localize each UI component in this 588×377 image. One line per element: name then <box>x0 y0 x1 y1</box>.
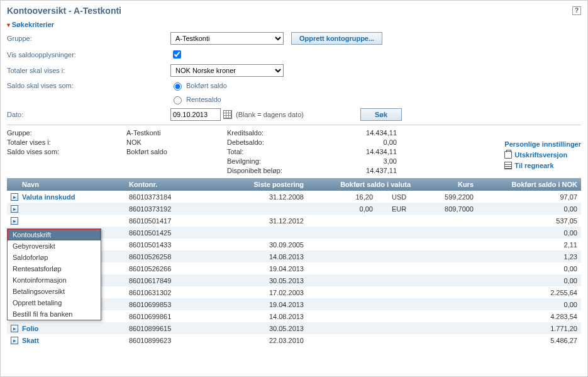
help-icon[interactable]: ? <box>572 6 581 15</box>
table-row: ▸Folio8601089961530.05.20131.771,20 <box>7 322 581 334</box>
expand-row-button[interactable]: ▸ <box>11 205 18 213</box>
balance-nok: 0,00 <box>477 227 581 239</box>
last-posting: 30.05.2013 <box>213 322 308 334</box>
balance-interest-label: Rentesaldo <box>186 96 221 103</box>
group-select[interactable]: A-Testkonti <box>170 32 284 45</box>
last-posting: 30.09.2005 <box>213 239 308 250</box>
account-number: 86010899623 <box>125 334 213 346</box>
search-criteria-toggle[interactable]: Søkekriterier <box>7 21 581 28</box>
summary-total-label: Total: <box>227 148 315 155</box>
balance-as-label: Saldo skal vises som: <box>7 82 170 89</box>
exchange-rate <box>414 286 477 298</box>
balance-nok: 0,00 <box>477 203 581 215</box>
exchange-rate <box>414 334 477 346</box>
exchange-rate <box>414 322 477 334</box>
table-row: ▸8601050141731.12.2012537,05 <box>7 215 581 227</box>
show-balance-label: Vis saldoopplysninger: <box>7 51 170 59</box>
context-menu-item[interactable]: Betalingsoversikt <box>8 286 101 297</box>
balance-valuta <box>308 298 414 310</box>
create-group-button[interactable]: Opprett kontogruppe... <box>291 32 382 45</box>
balance-nok: 537,05 <box>477 215 581 227</box>
table-row: ▸860103731920,00EUR809,70000,00 <box>7 203 581 215</box>
balance-nok: 2.255,64 <box>477 286 581 298</box>
account-number: 86010699853 <box>125 298 213 310</box>
balance-valuta <box>308 239 414 250</box>
account-number: 86010699861 <box>125 310 213 322</box>
context-menu-item[interactable]: Kontoutskrift <box>8 229 101 240</box>
context-menu-item[interactable]: Bestill fil fra banken <box>8 308 101 320</box>
balance-valuta <box>308 215 414 227</box>
page-title: Kontooversikt - A-Testkonti <box>7 6 121 16</box>
col-post: Siste postering <box>213 178 308 191</box>
summary-available-label: Disponibelt beløp: <box>227 167 315 174</box>
totals-currency-select[interactable]: NOK Norske kroner <box>170 64 284 77</box>
col-name: Navn <box>18 178 125 191</box>
to-spreadsheet-link[interactable]: Til regneark <box>514 162 553 169</box>
account-number: 86010373192 <box>125 203 213 215</box>
context-menu-item[interactable]: Opprett betaling <box>8 297 101 308</box>
expand-row-button[interactable]: ▸ <box>11 337 18 344</box>
account-number: 86010526258 <box>125 250 213 262</box>
last-posting <box>213 227 308 239</box>
exchange-rate <box>414 215 477 227</box>
search-button[interactable]: Søk <box>360 108 402 121</box>
summary-totals-in-label: Totaler vises i: <box>7 138 126 146</box>
print-icon <box>504 151 512 159</box>
account-number: 86010501425 <box>125 227 213 239</box>
account-number: 86010526266 <box>125 262 213 274</box>
account-number: 86010899615 <box>125 322 213 334</box>
show-balance-checkbox[interactable] <box>173 50 181 59</box>
summary-debit-value: 0,00 <box>315 138 397 146</box>
exchange-rate <box>414 274 477 286</box>
col-nok: Bokført saldo i NOK <box>477 178 581 191</box>
account-name-link[interactable]: Skatt <box>22 337 39 344</box>
last-posting: 17.02.2003 <box>213 286 308 298</box>
personal-settings-link[interactable]: Personlige innstillinger <box>504 140 581 148</box>
divider <box>7 125 581 125</box>
date-hint: (Blank = dagens dato) <box>236 111 304 118</box>
context-menu-item[interactable]: Gebyroversikt <box>8 240 101 252</box>
account-name-link[interactable]: Folio <box>22 325 38 332</box>
account-number: 86010501417 <box>125 215 213 227</box>
account-name-link[interactable]: Valuta innskudd <box>22 193 75 201</box>
last-posting: 14.08.2013 <box>213 250 308 262</box>
context-menu-item[interactable]: Kontoinformasjon <box>8 274 101 286</box>
table-row: ▸Valuta innskudd8601037318431.12.200816,… <box>7 191 581 203</box>
calendar-icon[interactable] <box>223 110 232 119</box>
summary-total-value: 14.434,11 <box>315 148 397 155</box>
balance-interest-radio[interactable] <box>174 96 182 104</box>
balance-booked-radio[interactable] <box>174 82 182 91</box>
account-number: 86010373184 <box>125 191 213 203</box>
balance-valuta: 0,00EUR <box>308 203 414 215</box>
last-posting <box>213 203 308 215</box>
summary-grant-label: Bevilgning: <box>227 157 315 165</box>
print-version-link[interactable]: Utskriftsversjon <box>514 151 567 159</box>
last-posting: 14.08.2013 <box>213 310 308 322</box>
date-label: Dato: <box>7 111 170 118</box>
balance-nok: 1.771,20 <box>477 322 581 334</box>
col-kurs: Kurs <box>414 178 477 191</box>
date-input[interactable] <box>170 108 221 121</box>
summary-available-value: 14.437,11 <box>315 167 397 174</box>
balance-nok: 1,23 <box>477 250 581 262</box>
summary-credit-value: 14.434,11 <box>315 129 397 137</box>
balance-booked-label: Bokført saldo <box>186 82 227 89</box>
balance-valuta <box>308 274 414 286</box>
balance-valuta <box>308 262 414 274</box>
balance-nok: 0,00 <box>477 262 581 274</box>
summary-credit-label: Kreditsaldo: <box>227 129 315 137</box>
exchange-rate <box>414 250 477 262</box>
row-context-menu[interactable]: KontoutskriftGebyroversiktSaldoforløpRen… <box>7 228 101 320</box>
exchange-rate <box>414 298 477 310</box>
account-number: 86010501433 <box>125 239 213 250</box>
last-posting: 31.12.2008 <box>213 191 308 203</box>
context-menu-item[interactable]: Rentesatsforløp <box>8 263 101 274</box>
expand-row-button[interactable]: ▸ <box>11 217 18 225</box>
context-menu-item[interactable]: Saldoforløp <box>8 252 101 263</box>
expand-row-button[interactable]: ▸ <box>11 325 18 332</box>
exchange-rate <box>414 239 477 250</box>
balance-valuta: 16,20USD <box>308 191 414 203</box>
balance-nok: 0,00 <box>477 298 581 310</box>
last-posting: 22.03.2010 <box>213 334 308 346</box>
expand-row-button[interactable]: ▸ <box>11 193 18 201</box>
